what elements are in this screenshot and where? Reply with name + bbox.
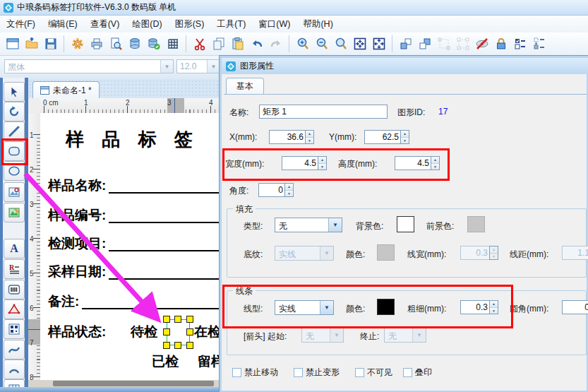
tool-ellipse-icon[interactable] bbox=[4, 161, 25, 181]
selection-handle[interactable] bbox=[186, 316, 193, 323]
tool-rotate-icon[interactable] bbox=[4, 102, 25, 121]
width-spinner[interactable]: 4.5▲▼ bbox=[282, 156, 327, 170]
selection-handle[interactable] bbox=[174, 316, 181, 323]
tool-image-icon[interactable] bbox=[4, 182, 25, 202]
open-icon[interactable] bbox=[22, 35, 41, 54]
selection-handle[interactable] bbox=[186, 328, 193, 335]
checkbox-lock-move[interactable]: 禁止移动 bbox=[232, 367, 278, 379]
spin-up-icon[interactable]: ▲ bbox=[490, 301, 498, 308]
label-field-row[interactable]: 采样日期: bbox=[48, 263, 219, 281]
font-family-combobox[interactable]: 黑体 ▼ bbox=[4, 59, 174, 73]
undo-icon[interactable] bbox=[247, 35, 266, 54]
save-icon[interactable] bbox=[41, 35, 60, 54]
status-option-tested[interactable]: 已检 bbox=[152, 352, 179, 371]
tool-curve-icon[interactable] bbox=[4, 340, 25, 360]
field-label[interactable]: 样品名称: bbox=[48, 177, 106, 195]
chevron-down-icon[interactable]: ▼ bbox=[160, 60, 173, 73]
spin-up-icon[interactable]: ▲ bbox=[306, 131, 313, 138]
tool-rich-text-icon[interactable]: R bbox=[4, 259, 25, 279]
spin-up-icon[interactable]: ▲ bbox=[318, 157, 326, 164]
multi-select-icon[interactable] bbox=[510, 35, 529, 54]
chevron-down-icon[interactable]: ▼ bbox=[207, 60, 220, 73]
horizontal-scrollbar[interactable] bbox=[28, 380, 219, 387]
spin-down-icon[interactable]: ▼ bbox=[490, 308, 498, 314]
distribute-icon[interactable] bbox=[529, 35, 548, 54]
chevron-down-icon[interactable]: ▼ bbox=[320, 301, 333, 314]
tool-line-icon[interactable] bbox=[4, 121, 25, 141]
label-field-row[interactable]: 样品名称: bbox=[48, 177, 219, 195]
status-option-pending[interactable]: 待检 bbox=[131, 323, 157, 341]
spin-down-icon[interactable]: ▼ bbox=[306, 138, 313, 144]
y-spinner[interactable]: 62.5▲▼ bbox=[364, 130, 409, 144]
spin-down-icon[interactable]: ▼ bbox=[285, 191, 293, 197]
spin-up-icon[interactable]: ▲ bbox=[401, 131, 409, 138]
tool-qrcode-icon[interactable] bbox=[4, 319, 25, 339]
hide-object-icon[interactable] bbox=[472, 35, 491, 54]
chevron-down-icon[interactable]: ▼ bbox=[328, 218, 342, 232]
tool-select-icon[interactable] bbox=[4, 82, 25, 102]
tool-arc-icon[interactable] bbox=[4, 360, 25, 379]
spin-down-icon[interactable]: ▼ bbox=[318, 164, 326, 170]
label-field-row[interactable]: 备注: bbox=[48, 292, 219, 311]
tool-barcode-icon[interactable] bbox=[4, 280, 25, 299]
menu-tools[interactable]: 工具(T) bbox=[210, 16, 252, 32]
group-icon[interactable] bbox=[434, 35, 453, 54]
angle-spinner[interactable]: 0▲▼ bbox=[258, 183, 294, 197]
print-icon[interactable] bbox=[87, 35, 106, 54]
name-input[interactable] bbox=[259, 105, 388, 119]
zoom-icon[interactable] bbox=[331, 35, 350, 54]
redo-icon[interactable] bbox=[266, 35, 285, 54]
font-size-combobox[interactable]: 12.0 ▼ bbox=[176, 59, 220, 73]
checkbox-overprint[interactable]: 叠印 bbox=[403, 367, 432, 379]
menu-window[interactable]: 窗口(W) bbox=[252, 16, 296, 32]
height-spinner[interactable]: 4.5▲▼ bbox=[395, 156, 440, 170]
selection-handle[interactable] bbox=[163, 342, 170, 349]
fit-page-icon[interactable] bbox=[350, 35, 369, 54]
spin-up-icon[interactable]: ▲ bbox=[431, 157, 439, 164]
spin-down-icon[interactable]: ▼ bbox=[401, 138, 409, 144]
checkbox-icon[interactable] bbox=[294, 368, 303, 377]
lock-icon[interactable] bbox=[491, 35, 510, 54]
spin-down-icon[interactable]: ▼ bbox=[431, 164, 439, 170]
scrollbar-thumb[interactable] bbox=[53, 381, 214, 386]
zoom-out-icon[interactable] bbox=[312, 35, 331, 54]
selection-handle[interactable] bbox=[163, 328, 170, 335]
x-spinner[interactable]: 36.6▲▼ bbox=[269, 130, 314, 144]
menu-help[interactable]: 帮助(H) bbox=[296, 16, 339, 32]
bg-color-swatch[interactable] bbox=[397, 216, 414, 232]
checkbox-icon[interactable] bbox=[355, 368, 364, 377]
status-option-testing[interactable]: 在检 bbox=[194, 323, 219, 341]
tool-rounded-rect-icon[interactable] bbox=[4, 141, 25, 161]
spin-up-icon[interactable]: ▲ bbox=[285, 184, 293, 191]
menu-file[interactable]: 文件(F) bbox=[0, 16, 42, 32]
selected-rectangle[interactable] bbox=[167, 319, 190, 345]
cut-icon[interactable] bbox=[190, 35, 209, 54]
field-label[interactable]: 采样日期: bbox=[48, 263, 106, 281]
print-preview-icon[interactable] bbox=[106, 35, 125, 54]
fg-color-swatch[interactable] bbox=[467, 216, 485, 232]
field-label[interactable]: 检测项目: bbox=[48, 234, 106, 253]
fill-type-dropdown[interactable]: 无▼ bbox=[275, 218, 342, 232]
tool-text-icon[interactable]: A bbox=[4, 239, 25, 259]
copy-icon[interactable] bbox=[209, 35, 228, 54]
fit-expand-icon[interactable] bbox=[369, 35, 388, 54]
tool-picture-icon[interactable] bbox=[4, 203, 25, 222]
selection-handle[interactable] bbox=[174, 342, 181, 349]
line-thickness-spinner[interactable]: 0.3▲▼ bbox=[460, 300, 498, 314]
label-title-text[interactable]: 样 品 标 签 bbox=[66, 127, 199, 152]
label-field-row[interactable]: 样品编号: bbox=[48, 206, 219, 225]
grid-icon[interactable] bbox=[163, 35, 182, 54]
settings-gear-icon[interactable] bbox=[68, 35, 87, 54]
document-tab[interactable]: 未命名-1 * bbox=[32, 81, 100, 99]
shade-dropdown[interactable]: 实线▼ bbox=[275, 246, 334, 261]
checkbox-invisible[interactable]: 不可见 bbox=[355, 367, 392, 379]
paste-icon[interactable] bbox=[228, 35, 247, 54]
menu-view[interactable]: 查看(V) bbox=[84, 16, 126, 32]
tab-basic[interactable]: 基本 bbox=[226, 78, 264, 95]
status-label-text[interactable]: 样品状态: bbox=[48, 323, 106, 341]
arrow-end-dropdown[interactable]: 无▼ bbox=[384, 328, 426, 343]
field-label[interactable]: 备注: bbox=[48, 292, 79, 311]
zoom-in-icon[interactable] bbox=[293, 35, 312, 54]
field-label[interactable]: 样品编号: bbox=[48, 206, 106, 225]
corner-radius-spinner[interactable]: 0▲▼ bbox=[562, 300, 588, 314]
